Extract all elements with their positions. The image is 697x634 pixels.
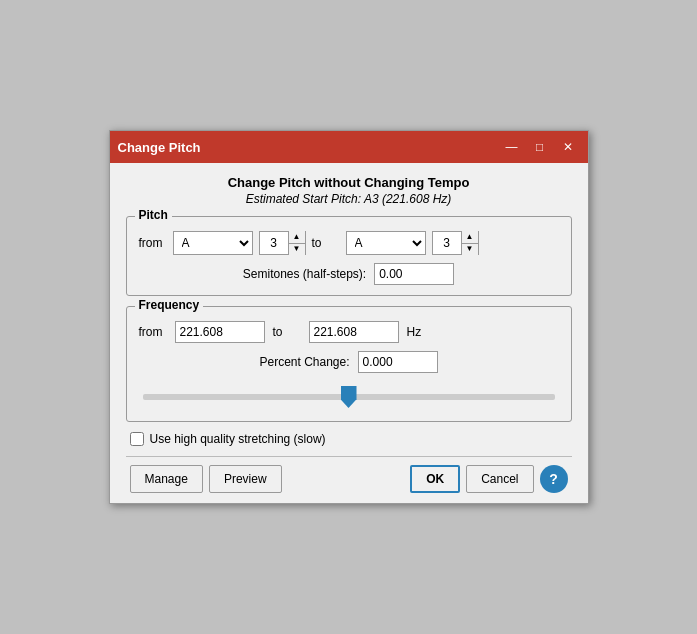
freq-from-label: from bbox=[139, 325, 167, 339]
semitones-row: Semitones (half-steps): bbox=[139, 263, 559, 285]
pitch-to-note-select[interactable]: A A#/Bb B C C#/Db D D#/Eb E F F#/Gb G G#… bbox=[346, 231, 426, 255]
percent-label: Percent Change: bbox=[259, 355, 349, 369]
freq-from-input[interactable] bbox=[175, 321, 265, 343]
pitch-from-label: from bbox=[139, 236, 167, 250]
frequency-row: from to Hz bbox=[139, 321, 559, 343]
pitch-from-note-select[interactable]: A A#/Bb B C C#/Db D D#/Eb E F F#/Gb G G#… bbox=[173, 231, 253, 255]
pitch-to-octave-btns: ▲ ▼ bbox=[461, 231, 478, 255]
pitch-to-label: to bbox=[312, 236, 340, 250]
slider-thumb[interactable] bbox=[341, 386, 357, 408]
quality-checkbox-row: Use high quality stretching (slow) bbox=[126, 432, 572, 446]
divider bbox=[126, 456, 572, 457]
pitch-to-octave-input[interactable] bbox=[433, 232, 461, 254]
window-title: Change Pitch bbox=[118, 140, 500, 155]
pitch-to-octave-up[interactable]: ▲ bbox=[462, 231, 478, 243]
pitch-from-octave-up[interactable]: ▲ bbox=[289, 231, 305, 243]
minimize-button[interactable]: — bbox=[500, 137, 524, 157]
pitch-from-octave-btns: ▲ ▼ bbox=[288, 231, 305, 255]
semitones-input[interactable] bbox=[374, 263, 454, 285]
button-row: Manage Preview OK Cancel ? bbox=[126, 465, 572, 493]
frequency-group-label: Frequency bbox=[135, 298, 204, 312]
pitch-row: from A A#/Bb B C C#/Db D D#/Eb E F F#/Gb… bbox=[139, 231, 559, 255]
change-pitch-window: Change Pitch — □ ✕ Change Pitch without … bbox=[109, 130, 589, 504]
quality-checkbox[interactable] bbox=[130, 432, 144, 446]
manage-button[interactable]: Manage bbox=[130, 465, 203, 493]
close-button[interactable]: ✕ bbox=[556, 137, 580, 157]
maximize-button[interactable]: □ bbox=[528, 137, 552, 157]
cancel-button[interactable]: Cancel bbox=[466, 465, 533, 493]
ok-button[interactable]: OK bbox=[410, 465, 460, 493]
freq-to-label: to bbox=[273, 325, 301, 339]
percent-input[interactable] bbox=[358, 351, 438, 373]
hz-label: Hz bbox=[407, 325, 422, 339]
percent-row: Percent Change: bbox=[139, 351, 559, 373]
semitones-label: Semitones (half-steps): bbox=[243, 267, 366, 281]
dialog-content: Change Pitch without Changing Tempo Esti… bbox=[110, 163, 588, 503]
titlebar: Change Pitch — □ ✕ bbox=[110, 131, 588, 163]
slider-track bbox=[143, 394, 555, 400]
pitch-from-octave-spinner: ▲ ▼ bbox=[259, 231, 306, 255]
pitch-from-octave-down[interactable]: ▼ bbox=[289, 243, 305, 256]
dialog-subtitle: Change Pitch without Changing Tempo bbox=[126, 175, 572, 190]
help-button[interactable]: ? bbox=[540, 465, 568, 493]
pitch-to-octave-spinner: ▲ ▼ bbox=[432, 231, 479, 255]
slider-container bbox=[139, 383, 559, 411]
preview-button[interactable]: Preview bbox=[209, 465, 282, 493]
titlebar-controls: — □ ✕ bbox=[500, 137, 580, 157]
pitch-group-label: Pitch bbox=[135, 208, 172, 222]
frequency-group: Frequency from to Hz Percent Change: bbox=[126, 306, 572, 422]
pitch-group: Pitch from A A#/Bb B C C#/Db D D#/Eb E F… bbox=[126, 216, 572, 296]
pitch-from-octave-input[interactable] bbox=[260, 232, 288, 254]
quality-checkbox-label: Use high quality stretching (slow) bbox=[150, 432, 326, 446]
freq-to-input[interactable] bbox=[309, 321, 399, 343]
pitch-to-octave-down[interactable]: ▼ bbox=[462, 243, 478, 256]
estimated-pitch: Estimated Start Pitch: A3 (221.608 Hz) bbox=[126, 192, 572, 206]
